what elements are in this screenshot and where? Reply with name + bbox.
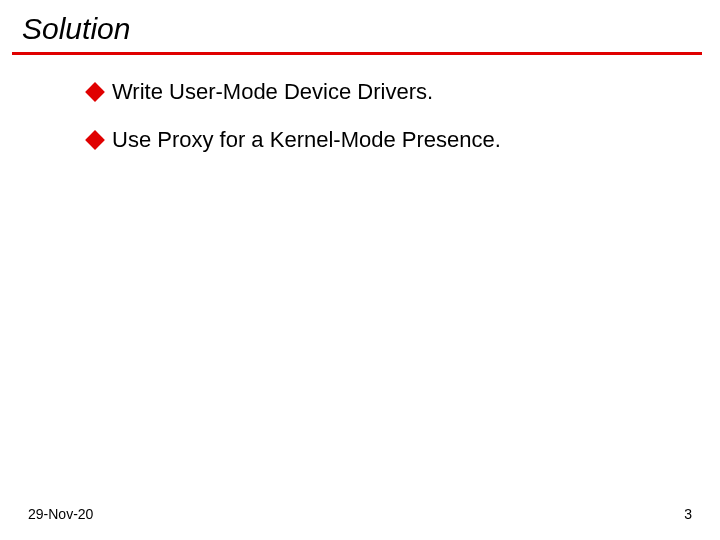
diamond-bullet-icon [85,130,105,150]
title-block: Solution [0,0,720,50]
slide: Solution Write User-Mode Device Drivers.… [0,0,720,540]
diamond-bullet-icon [85,82,105,102]
page-title: Solution [22,12,720,50]
bullet-text: Write User-Mode Device Drivers. [112,79,433,105]
list-item: Write User-Mode Device Drivers. [88,79,680,105]
bullet-text: Use Proxy for a Kernel-Mode Presence. [112,127,501,153]
footer-page-number: 3 [684,506,692,522]
footer-date: 29-Nov-20 [28,506,93,522]
list-item: Use Proxy for a Kernel-Mode Presence. [88,127,680,153]
footer: 29-Nov-20 3 [0,506,720,522]
body: Write User-Mode Device Drivers. Use Prox… [0,55,720,154]
